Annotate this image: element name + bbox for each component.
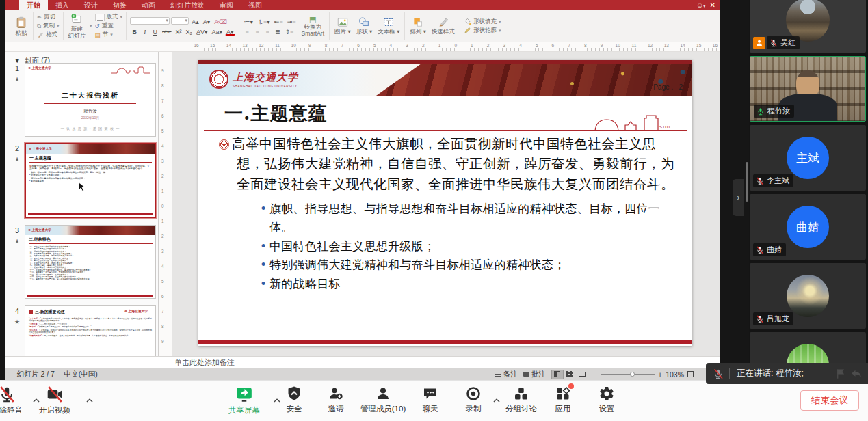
slide-thumbnail-3[interactable]: ⊕ 上海交通大学 二.结构特色 一、过去五年的工作和新时代十年的伟大变革；二、开… [25, 225, 156, 299]
thumb-term-item: “三件大事”：……两件已经完成，一件进行中。 [29, 323, 153, 325]
font-color-button[interactable]: A▾ [225, 27, 235, 36]
insert-textbox-button[interactable]: 文本框 ▾ [376, 16, 401, 35]
participant-tile[interactable]: 主斌 李主斌 [750, 125, 866, 191]
align-left-button[interactable]: ≡ [243, 27, 252, 36]
normal-view-button[interactable] [551, 370, 564, 379]
tab-design[interactable]: 设计 [77, 0, 105, 10]
seal-bullet-icon [219, 139, 229, 150]
participant-tile-speaking[interactable]: 程竹汝 [750, 56, 866, 122]
zoom-slider-thumb[interactable] [630, 372, 635, 377]
muted-mic-icon[interactable] [713, 368, 724, 379]
align-right-button[interactable]: ≡ [263, 27, 272, 36]
new-slide-dropdown[interactable]: ▾ [90, 23, 92, 29]
strikethrough-button[interactable]: abe [161, 27, 172, 36]
participant-tile[interactable]: 吴红 [750, 0, 866, 53]
format-painter-button[interactable]: 格式 [37, 31, 60, 39]
decrease-indent-button[interactable]: ⇤≡ [273, 17, 285, 25]
cut-button[interactable]: ✂剪切 [37, 13, 60, 21]
sidebar-scrollbar[interactable] [746, 162, 748, 202]
slide-thumbnail-4[interactable]: 三.新的重要论述 ⊕ 上海交通大学 “三个务必”：“全党同志务必不忘初心、牢记使… [25, 305, 156, 356]
grow-font-button[interactable]: A▴ [190, 17, 200, 25]
language-indicator[interactable]: 中文(中国) [64, 370, 98, 379]
comments-toggle[interactable]: 批注 [523, 370, 546, 379]
participant-tile[interactable]: 吕旭龙 [750, 263, 866, 329]
font-size-combo[interactable] [171, 17, 189, 25]
superscript-button[interactable]: X² [174, 27, 183, 36]
shape-outline-button[interactable]: 形状轮廓▾ [464, 27, 501, 35]
zoom-in-button[interactable]: + [658, 370, 662, 379]
reply-arrow-icon[interactable] [850, 368, 863, 380]
slide-edit-area[interactable]: 上海交通大学 SHANGHAI JIAO TONG UNIVERSITY Pag… [172, 52, 720, 356]
slide-thumbnail-panel[interactable]: ▼ 封面 (7) 1 ★ ⊕ 上海交通大学 二十大报告浅析 程竹汝 2022年1… [5, 52, 159, 356]
ruler-tick: 7 [161, 309, 164, 314]
tab-insert[interactable]: 插入 [48, 0, 77, 10]
participant-name: 曲婧 [753, 243, 786, 256]
current-slide[interactable]: 上海交通大学 SHANGHAI JIAO TONG UNIVERSITY Pag… [198, 60, 692, 346]
tab-review[interactable]: 审阅 [212, 0, 241, 10]
notes-toggle[interactable]: 备注 [495, 370, 518, 379]
participant-tile[interactable]: 曲婧 曲婧 [750, 194, 866, 260]
paste-button[interactable]: 粘贴 [13, 16, 29, 36]
new-slide-button[interactable]: 新建幻灯片 [67, 13, 88, 39]
slide-sorter-view-button[interactable] [564, 370, 576, 379]
insert-shapes-button[interactable]: 形状 ▾ [355, 16, 374, 35]
increase-indent-button[interactable]: ⇥≡ [286, 17, 298, 25]
slideshow-view-button[interactable] [576, 370, 588, 379]
character-spacing-button[interactable]: A̲V▾ [195, 27, 209, 36]
italic-button[interactable]: I [140, 27, 149, 36]
smiley-feedback-icon[interactable]: ☺▾ [696, 1, 706, 9]
sidebar-collapse-handle[interactable]: › [733, 179, 744, 216]
section-button[interactable]: ▤节▾ [95, 31, 123, 39]
quick-styles-button[interactable]: 快速样式 [430, 16, 456, 35]
convert-smartart-button[interactable]: ⬒ 转换为SmartArt [300, 15, 326, 37]
unmute-button[interactable]: 解除静音 [0, 385, 31, 416]
change-case-button[interactable]: Aa▾ [211, 27, 224, 36]
reset-button[interactable]: ↺重置 [95, 22, 123, 30]
copy-button[interactable]: ⧉复制▾ [37, 22, 60, 30]
clear-formatting-button[interactable]: A⌫ [213, 17, 228, 25]
ruler-tick: 0 [161, 204, 164, 208]
fit-to-window-icon[interactable] [687, 371, 694, 377]
video-options-chevron-icon[interactable] [85, 396, 94, 405]
flag-icon[interactable] [835, 368, 847, 380]
share-screen-button[interactable]: 共享屏幕 [220, 385, 268, 416]
tab-animations[interactable]: 动画 [134, 0, 163, 10]
arrange-button[interactable]: 排列 ▾ [408, 16, 428, 35]
horizontal-ruler[interactable]: 1615141312111098765432101234567891011121… [5, 42, 720, 52]
slide-thumbnail-1[interactable]: ⊕ 上海交通大学 二十大报告浅析 程竹汝 2022年10月 — 饮 水 思 源 … [25, 63, 156, 137]
settings-button[interactable]: 设置 [583, 385, 631, 414]
security-button[interactable]: 安全 [270, 385, 318, 414]
slide-title[interactable]: 一.主题意蕴 [224, 101, 327, 126]
vertical-ruler[interactable]: 9876543210123456789 [159, 52, 172, 356]
slide-bullet: 中国特色社会主义思想升级版； [260, 237, 680, 256]
slide-thumbnail-2-selected[interactable]: ⊕ 上海交通大学 一.主题意蕴 ❁高举中国特色社会主义伟大旗帜，全面贯彻新时代中… [25, 143, 156, 218]
font-name-combo[interactable] [130, 17, 170, 25]
insert-picture-button[interactable]: 图片 ▾ [333, 16, 352, 35]
tab-slideshow[interactable]: 幻灯片放映 [163, 0, 212, 10]
shape-fill-button[interactable]: 形状填充▾ [464, 18, 501, 26]
slide-body[interactable]: 高举中国特色社会主义伟大旗帜，全面贯彻新时代中国特色社会主义思想，弘扬伟大建党精… [219, 134, 680, 293]
tab-home[interactable]: 开始 [19, 0, 48, 10]
notes-pane[interactable]: 单击此处添加备注 [5, 356, 720, 368]
ruler-tick: 16 [194, 43, 198, 48]
justify-button[interactable]: ≣ [274, 27, 282, 36]
layout-button[interactable]: 版式▾ [95, 13, 123, 21]
start-video-button[interactable]: 开启视频 [31, 385, 79, 416]
zoom-level[interactable]: 103% [666, 370, 684, 379]
align-center-button[interactable]: ≡ [253, 27, 262, 36]
chat-button[interactable]: 聊天 [406, 385, 454, 414]
zoom-out-button[interactable]: − [594, 370, 598, 379]
zoom-slider[interactable] [601, 374, 655, 375]
bold-button[interactable]: B [130, 27, 139, 36]
line-spacing-button[interactable]: ⇕≡ [284, 27, 295, 36]
tab-view[interactable]: 视图 [241, 0, 269, 10]
close-icon[interactable]: ✕ [710, 1, 715, 9]
underline-button[interactable]: U [150, 27, 159, 36]
bullets-button[interactable]: ≔▾ [243, 17, 255, 25]
tab-transitions[interactable]: 切换 [105, 0, 134, 10]
shrink-font-button[interactable]: A▾ [202, 17, 212, 25]
end-meeting-button[interactable]: 结束会议 [800, 390, 859, 411]
subscript-button[interactable]: X₂ [184, 27, 194, 36]
apps-button[interactable]: 应用 [539, 385, 587, 414]
numbering-button[interactable]: ⒈≡▾ [256, 17, 272, 25]
